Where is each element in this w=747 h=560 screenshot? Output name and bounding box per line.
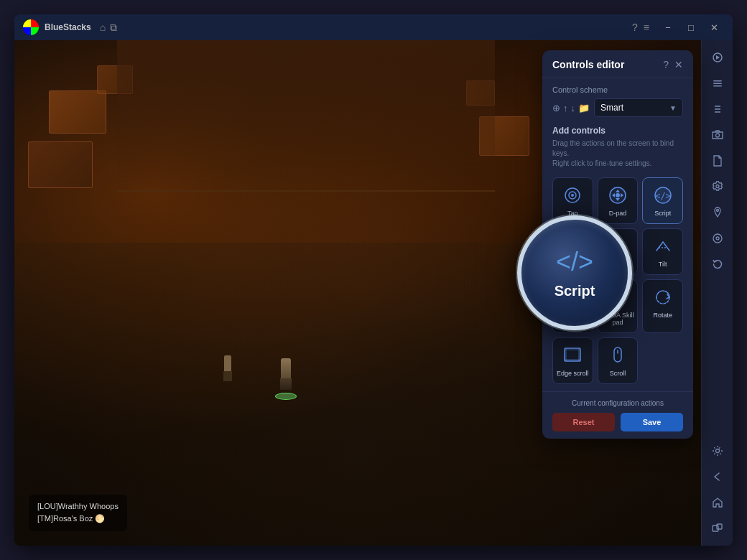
panel-help-icon[interactable]: ? (663, 59, 669, 70)
svg-rect-11 (713, 526, 718, 531)
sidebar-icon-3[interactable] (706, 98, 729, 121)
save-button[interactable]: Save (621, 413, 683, 431)
svg-point-6 (716, 185, 719, 188)
svg-rect-32 (565, 348, 580, 350)
sidebar-icon-back[interactable] (706, 465, 729, 488)
sidebar-icon-gear[interactable] (706, 439, 729, 462)
crate-5 (28, 141, 93, 188)
svg-point-7 (716, 210, 718, 212)
script-popup-label: Script (555, 283, 595, 299)
minimize-button[interactable]: − (658, 17, 678, 37)
svg-rect-33 (565, 359, 580, 361)
scheme-icon-import[interactable]: ↓ (571, 103, 576, 113)
sidebar-icon-home[interactable] (706, 491, 729, 514)
add-controls-desc: Drag the actions on the screen to bind k… (552, 139, 683, 169)
svg-point-15 (571, 194, 574, 197)
svg-point-17 (616, 193, 620, 197)
char-body (281, 358, 291, 378)
rotate-icon (651, 286, 674, 309)
script-popup: </> Script (517, 215, 632, 330)
chat-overlay: [LOU]Wrathhy Whoops [TM]Rosa's Boz 🌕 (29, 495, 127, 531)
home-icon[interactable]: ⌂ (100, 22, 106, 34)
reset-button[interactable]: Reset (552, 413, 615, 431)
footer-label: Current configuration actions (552, 399, 683, 407)
sidebar-icon-save[interactable] (706, 227, 729, 250)
sidebar-icon-multi[interactable] (706, 517, 729, 540)
control-item-script[interactable]: </> Script (642, 177, 683, 224)
window-controls: ? ≡ − □ ✕ (632, 17, 724, 37)
svg-point-5 (715, 134, 719, 137)
scroll-icon (606, 344, 629, 367)
char-legs (280, 378, 292, 390)
chat-line-2: [TM]Rosa's Boz 🌕 (37, 513, 119, 526)
footer-buttons: Reset Save (552, 413, 683, 431)
menu-icon[interactable]: ≡ (644, 22, 649, 33)
script-label: Script (654, 210, 671, 218)
add-controls-title: Add controls (552, 126, 683, 136)
sidebar-icon-file[interactable] (706, 149, 729, 172)
char-bg-1 (221, 355, 235, 384)
wall-back (117, 40, 495, 192)
rotate-label: Rotate (653, 312, 672, 319)
sidebar-icon-refresh[interactable] (706, 253, 729, 276)
character (275, 358, 297, 394)
edge-scroll-icon (561, 344, 584, 367)
svg-point-10 (715, 449, 719, 453)
svg-point-9 (716, 237, 719, 240)
panel-header: Controls editor ? ✕ (542, 50, 693, 78)
tilt-label: Tilt (659, 261, 667, 269)
script-icon: </> (651, 184, 674, 207)
panel-header-icons: ? ✕ (663, 59, 683, 70)
scheme-icon-export[interactable]: ↑ (563, 103, 568, 113)
control-item-tilt[interactable]: Tilt (642, 228, 683, 275)
app-window: BlueStacks ⌂ ⧉ ? ≡ − □ ✕ (14, 14, 733, 546)
app-title: BlueStacks (45, 22, 91, 32)
scheme-icon-folder[interactable]: 📁 (578, 103, 590, 113)
chat-line-1: [LOU]Wrathhy Whoops (37, 500, 119, 513)
sidebar-icon-settings[interactable] (706, 175, 729, 198)
svg-rect-34 (614, 347, 621, 362)
svg-rect-4 (713, 85, 722, 87)
svg-rect-3 (713, 83, 722, 85)
tap-icon (561, 184, 584, 207)
sidebar-icon-location[interactable] (706, 201, 729, 224)
svg-point-8 (713, 234, 722, 243)
svg-rect-2 (713, 80, 722, 82)
scheme-select-arrow: ▼ (669, 104, 677, 112)
copy-icon[interactable]: ⧉ (110, 22, 117, 34)
edge-scroll-label: Edge scroll (557, 370, 589, 378)
close-button[interactable]: ✕ (704, 17, 724, 37)
maximize-button[interactable]: □ (681, 17, 701, 37)
scheme-icons: ⊕ ↑ ↓ 📁 (552, 103, 590, 113)
scheme-icon-new[interactable]: ⊕ (552, 103, 560, 113)
control-scheme-label: Control scheme (552, 85, 683, 94)
control-item-edge-scroll[interactable]: Edge scroll (552, 337, 593, 384)
sidebar-icon-2[interactable] (706, 72, 729, 95)
svg-rect-12 (717, 524, 722, 529)
panel-footer: Current configuration actions Reset Save (542, 391, 693, 439)
scheme-select[interactable]: Smart ▼ (594, 98, 683, 117)
scroll-label: Scroll (610, 370, 626, 378)
script-circle[interactable]: </> Script (517, 215, 632, 330)
crate-1 (49, 90, 106, 134)
title-bar: BlueStacks ⌂ ⧉ ? ≡ − □ ✕ (14, 14, 733, 40)
script-code-icon: </> (556, 247, 593, 277)
sidebar-icon-1[interactable] (706, 46, 729, 69)
scheme-value: Smart (600, 103, 623, 113)
right-sidebar (701, 40, 733, 546)
svg-text:</>: </> (655, 191, 671, 201)
char-indicator (275, 393, 297, 400)
dpad-icon (606, 184, 629, 207)
panel-title: Controls editor (552, 59, 624, 70)
tilt-icon (651, 235, 674, 258)
svg-marker-1 (716, 55, 720, 60)
control-item-rotate[interactable]: Rotate (642, 279, 683, 334)
sidebar-icon-camera[interactable] (706, 123, 729, 146)
bluestacks-logo (23, 19, 39, 35)
panel-close-icon[interactable]: ✕ (674, 59, 683, 70)
title-bar-actions: ⌂ ⧉ (100, 22, 117, 34)
help-icon[interactable]: ? (632, 22, 638, 33)
control-item-scroll[interactable]: Scroll (598, 337, 639, 384)
scheme-row: ⊕ ↑ ↓ 📁 Smart ▼ (552, 98, 683, 117)
